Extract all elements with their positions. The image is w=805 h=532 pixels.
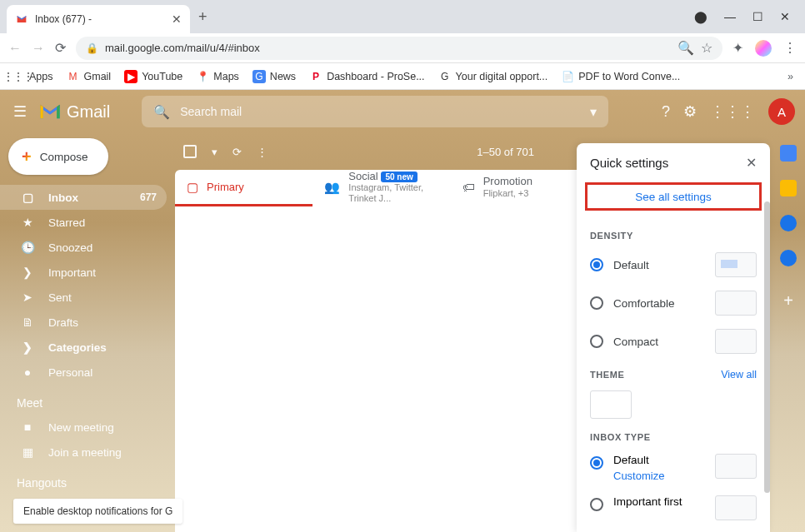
refresh-icon[interactable]: ⟳: [232, 146, 242, 158]
youtube-icon: ▶: [124, 70, 138, 83]
search-input[interactable]: [180, 105, 580, 118]
theme-heading: THEMEView all: [577, 360, 770, 385]
compose-label: Compose: [40, 151, 88, 163]
bookmark-news[interactable]: GNews: [252, 70, 296, 83]
density-heading: DENSITY: [577, 222, 770, 246]
keep-icon[interactable]: [780, 180, 797, 196]
inbox-preview: [715, 495, 757, 520]
density-default[interactable]: Default: [577, 246, 770, 284]
sidebar-item-inbox[interactable]: ▢Inbox677: [0, 185, 167, 210]
view-all-themes-link[interactable]: View all: [721, 369, 757, 380]
gmail-icon: M: [67, 70, 80, 83]
address-bar: ← → ⟳ 🔒 mail.google.com/mail/u/4/#inbox …: [0, 33, 805, 63]
panel-scrollbar[interactable]: [764, 201, 770, 493]
more-icon[interactable]: ⋮: [257, 146, 268, 158]
zoom-icon[interactable]: 🔍: [678, 40, 694, 56]
clock-icon: 🕒: [20, 241, 35, 254]
apps-icon: ⋮⋮⋮: [12, 70, 25, 83]
sidebar-item-personal[interactable]: ●Personal: [0, 360, 167, 385]
url-input[interactable]: 🔒 mail.google.com/mail/u/4/#inbox 🔍 ☆: [76, 37, 722, 60]
density-compact[interactable]: Compact: [577, 322, 770, 360]
bookmark-gmail[interactable]: MGmail: [67, 70, 112, 83]
notification-banner[interactable]: Enable desktop notifications for G: [13, 499, 182, 524]
mail-list: [175, 206, 588, 532]
maps-icon: 📍: [196, 70, 209, 83]
apps-grid-icon[interactable]: ⋮⋮⋮: [710, 102, 755, 121]
quick-settings-title: Quick settings: [590, 156, 668, 170]
theme-thumbnail[interactable]: [590, 390, 632, 419]
primary-tab-icon: ▢: [187, 180, 198, 195]
select-all-checkbox[interactable]: [183, 145, 197, 158]
main-menu-icon[interactable]: ☰: [10, 102, 30, 121]
bookmark-youtube[interactable]: ▶YouTube: [124, 70, 182, 83]
news-icon: G: [252, 70, 266, 83]
inbox-type-important-first[interactable]: Important first: [577, 489, 770, 527]
sidebar-item-new-meeting[interactable]: ■New meeting: [0, 415, 167, 440]
star-icon[interactable]: ☆: [701, 40, 712, 56]
tab-primary[interactable]: ▢ Primary: [175, 170, 312, 206]
reload-button[interactable]: ⟳: [55, 40, 66, 56]
tab-social[interactable]: 👥 Social 50 new Instagram, Twitter, Trin…: [312, 170, 450, 206]
bookmark-maps[interactable]: 📍Maps: [196, 70, 239, 83]
gmail-favicon-icon: [15, 12, 28, 26]
search-box[interactable]: 🔍 ▾: [142, 96, 608, 127]
bookmarks-bar: ⋮⋮⋮Apps MGmail ▶YouTube 📍Maps GNews PDas…: [0, 63, 805, 90]
bookmark-digital[interactable]: GYour digital opport...: [438, 70, 548, 83]
bookmark-pdf[interactable]: 📄PDF to Word Conve...: [561, 70, 680, 83]
back-button[interactable]: ←: [8, 41, 22, 56]
sidebar-item-starred[interactable]: ★Starred: [0, 210, 167, 235]
drafts-icon: 🗎: [20, 316, 35, 329]
browser-tab-strip: Inbox (677) - ✕ + ⬤ — ☐ ✕: [0, 0, 805, 33]
promotions-tab-icon: 🏷: [462, 180, 475, 194]
bookmarks-overflow-icon[interactable]: »: [788, 71, 793, 82]
gmail-logo-icon: [38, 102, 62, 121]
calendar-icon[interactable]: [780, 145, 797, 162]
lock-icon: 🔒: [86, 42, 98, 54]
extensions-icon[interactable]: ✦: [732, 40, 743, 56]
customize-link[interactable]: Customize: [613, 470, 664, 482]
add-addon-icon[interactable]: +: [783, 291, 793, 311]
sidebar-item-sent[interactable]: ➤Sent: [0, 285, 167, 310]
sidebar-item-join-meeting[interactable]: ▦Join a meeting: [0, 440, 167, 465]
tasks-icon[interactable]: [780, 215, 797, 231]
url-text: mail.google.com/mail/u/4/#inbox: [105, 42, 671, 54]
quick-settings-panel: Quick settings ✕ See all settings DENSIT…: [577, 143, 770, 532]
forward-button[interactable]: →: [32, 41, 45, 56]
search-icon: 🔍: [153, 104, 170, 120]
search-options-icon[interactable]: ▾: [590, 104, 597, 120]
sidebar-item-important[interactable]: ❯Important: [0, 260, 167, 285]
tab-close-icon[interactable]: ✕: [172, 12, 182, 26]
tab-promotions[interactable]: 🏷 Promotion Flipkart, +3: [451, 170, 588, 206]
account-avatar[interactable]: A: [768, 98, 795, 125]
gmail-logo[interactable]: Gmail: [38, 102, 110, 122]
density-preview: [715, 291, 757, 316]
minimize-button[interactable]: —: [724, 10, 736, 23]
close-icon[interactable]: ✕: [746, 155, 757, 171]
inbox-type-default[interactable]: DefaultCustomize: [577, 447, 770, 489]
radio-icon: [590, 456, 603, 470]
select-dropdown-icon[interactable]: ▾: [212, 146, 218, 158]
density-comfortable[interactable]: Comfortable: [577, 284, 770, 322]
maximize-button[interactable]: ☐: [752, 10, 763, 23]
density-preview: [715, 329, 757, 354]
sidebar-item-drafts[interactable]: 🗎Drafts: [0, 310, 167, 335]
bookmark-apps[interactable]: ⋮⋮⋮Apps: [12, 70, 53, 83]
compose-button[interactable]: + Compose: [8, 138, 108, 175]
close-window-button[interactable]: ✕: [780, 10, 790, 23]
contacts-icon[interactable]: [780, 250, 797, 266]
density-preview: [715, 252, 757, 277]
settings-gear-icon[interactable]: ⚙: [683, 102, 697, 121]
gmail-header: ☰ Gmail 🔍 ▾ ? ⚙ ⋮⋮⋮ A: [0, 90, 805, 133]
see-all-settings-button[interactable]: See all settings: [585, 182, 762, 211]
new-tab-button[interactable]: +: [198, 8, 208, 26]
support-icon[interactable]: ?: [662, 103, 670, 121]
sidebar-item-categories[interactable]: ❯Categories: [0, 335, 167, 360]
chrome-menu-icon[interactable]: ⋮: [783, 40, 797, 56]
browser-tab[interactable]: Inbox (677) - ✕: [7, 5, 190, 33]
gmail-product-name: Gmail: [67, 102, 110, 122]
sidebar-item-snoozed[interactable]: 🕒Snoozed: [0, 235, 167, 260]
bookmark-dashboard[interactable]: PDashboard - ProSe...: [309, 70, 424, 83]
chrome-profile-avatar[interactable]: [755, 40, 772, 57]
sidebar: + Compose ▢Inbox677 ★Starred 🕒Snoozed ❯I…: [0, 133, 167, 532]
pdf-icon: 📄: [561, 70, 574, 83]
